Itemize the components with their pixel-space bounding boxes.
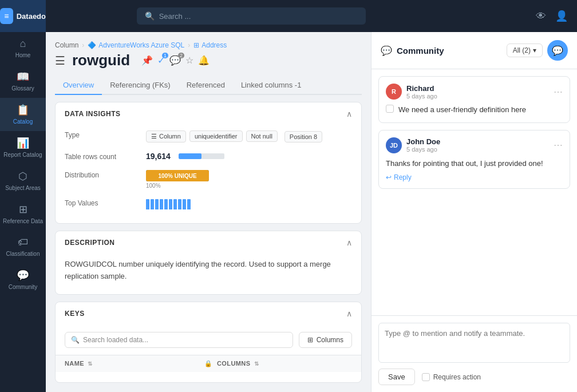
save-button[interactable]: Save (378, 369, 415, 385)
tab-overview[interactable]: Overview (55, 76, 102, 95)
sidebar-item-reference-data[interactable]: ⊞ Reference Data (0, 197, 46, 231)
keys-title: KEYS (65, 310, 85, 318)
keys-table-header: NAME ⇅ 🔒 COLUMNS ⇅ (56, 355, 361, 372)
sidebar-item-label: Subject Areas (5, 185, 41, 192)
keys-header[interactable]: KEYS ∧ (56, 302, 361, 325)
comment-more-1[interactable]: ⋯ (554, 86, 563, 97)
comment-checkbox-row-1: We need a user-friendly definition here (386, 104, 563, 116)
sidebar-item-home[interactable]: ⌂ Home (0, 32, 46, 65)
top-values-chart (146, 198, 191, 209)
columns-button[interactable]: ⊞ Columns (299, 332, 352, 348)
title-actions: 📌 ✓1 💬2 ☆ 🔔 (141, 55, 210, 66)
data-insights-body: Type ☰ Column uniqueidentifier Not null (56, 125, 361, 223)
columns-btn-icon: ⊞ (307, 336, 313, 344)
sidebar-item-label: Glossary (11, 85, 34, 92)
chevron-down-icon: ▾ (533, 46, 536, 54)
comment-checkbox-1[interactable] (386, 105, 394, 113)
comment-author-1: Richard (406, 84, 549, 93)
comment-time-1: 5 days ago (406, 93, 549, 100)
search-box[interactable]: 🔍 Search ... (137, 7, 366, 25)
breadcrumb-table-name: Address (201, 41, 227, 49)
sidebar-item-label: Community (9, 284, 38, 291)
report-catalog-icon: 📊 (17, 137, 29, 149)
comment-header-1: R Richard 5 days ago ⋯ (386, 84, 563, 100)
data-insights-card: DATA INSIGHTS ∧ Type ☰ Column uniqueiden… (55, 102, 362, 224)
keys-search-input[interactable]: 🔍 Search loaded data... (65, 332, 293, 348)
comment-more-2[interactable]: ⋯ (554, 140, 563, 151)
collapse-keys-icon: ∧ (346, 309, 352, 318)
comment-time-2: 5 days ago (406, 146, 549, 153)
logo-icon: ≡ (0, 8, 13, 24)
reply-button[interactable]: ↩ Reply (386, 173, 563, 181)
star-button[interactable]: ☆ (185, 55, 193, 66)
sidebar-item-label: Reference Data (3, 218, 43, 225)
bar-8 (178, 199, 181, 209)
pin-button[interactable]: 📌 (141, 55, 153, 66)
requires-action-label: Requires action (433, 373, 481, 381)
sidebar-item-report-catalog[interactable]: 📊 Report Catalog (0, 131, 46, 164)
table-icon: ⊞ (193, 41, 199, 49)
search-icon: 🔍 (145, 11, 155, 21)
badge-column: ☰ Column (146, 130, 186, 142)
description-body: ROWGUIDCOL number uniquely identifying t… (56, 254, 361, 294)
comment-text-2: Thanks for pointing that out, I just pro… (386, 159, 543, 168)
logo[interactable]: ≡ Dataedo (0, 0, 46, 32)
community-header-icon: 💬 (381, 45, 392, 56)
glossary-icon: 📖 (17, 70, 29, 83)
description-header[interactable]: DESCRIPTION ∧ (56, 231, 361, 254)
requires-action-checkbox[interactable] (422, 373, 430, 381)
community-filter[interactable]: All (2) ▾ (507, 43, 543, 57)
bar-10 (187, 199, 191, 209)
comment-author-2: John Doe (406, 137, 549, 146)
sidebar-item-subject-areas[interactable]: ⬡ Subject Areas (0, 164, 46, 197)
tab-referenced[interactable]: Referenced (179, 76, 233, 95)
comment-button[interactable]: 💬2 (169, 55, 181, 66)
data-insights-header[interactable]: DATA INSIGHTS ∧ (56, 102, 361, 125)
tab-linked-columns[interactable]: Linked columns -1 (233, 76, 310, 95)
eye-icon[interactable]: 👁 (536, 10, 546, 22)
sidebar-item-community[interactable]: 💬 Community (0, 263, 46, 296)
rows-label: Table rows count (65, 152, 139, 161)
breadcrumb-table-link[interactable]: ⊞ Address (193, 41, 227, 49)
subject-areas-icon: ⬡ (18, 170, 27, 183)
community-actions: Save Requires action (378, 369, 570, 385)
comment-header-2: JD John Doe 5 days ago ⋯ (386, 137, 563, 153)
sidebar-item-classification[interactable]: 🏷 Classification (0, 231, 46, 263)
community-panel: 💬 Community All (2) ▾ 💬 R Richard 5 d (371, 32, 577, 392)
bar-1 (146, 199, 149, 209)
topbar: 🔍 Search ... 👁 👤 (46, 0, 577, 32)
sidebar-item-glossary[interactable]: 📖 Glossary (0, 65, 46, 98)
mention-input[interactable] (378, 323, 570, 363)
tab-referencing[interactable]: Referencing (FKs) (102, 76, 178, 95)
requires-action-row: Requires action (422, 373, 481, 381)
columns-sort-icon[interactable]: ⇅ (254, 361, 259, 367)
comment-card-1: R Richard 5 days ago ⋯ We need a user-fr… (378, 76, 570, 123)
column-icon: ☰ (151, 133, 157, 140)
sidebar-item-label: Catalog (13, 118, 33, 125)
distribution-value: 100% UNIQUE 100% (146, 170, 209, 189)
rows-progress-bar (179, 153, 224, 159)
sidebar: ≡ Dataedo ⌂ Home 📖 Glossary 📋 Catalog 📊 … (0, 0, 46, 392)
badge-position: Position 8 (284, 131, 322, 142)
bar-3 (155, 199, 159, 209)
user-icon[interactable]: 👤 (555, 10, 568, 22)
bar-2 (151, 199, 154, 209)
columns-btn-label: Columns (317, 336, 343, 344)
bar-9 (183, 199, 186, 209)
name-sort-icon[interactable]: ⇅ (88, 361, 92, 367)
home-icon: ⌂ (20, 38, 26, 50)
sidebar-item-catalog[interactable]: 📋 Catalog (0, 98, 46, 131)
search-placeholder: Search ... (159, 12, 191, 21)
comment-card-2: JD John Doe 5 days ago ⋯ Thanks for poin… (378, 130, 570, 189)
community-chat-button[interactable]: 💬 (547, 40, 568, 61)
data-insights-title: DATA INSIGHTS (65, 110, 121, 118)
classification-icon: 🏷 (18, 236, 28, 248)
type-value: ☰ Column uniqueidentifier Not null Posit… (146, 130, 322, 142)
bar-7 (173, 199, 177, 209)
distribution-bar: 100% UNIQUE 100% (146, 170, 209, 189)
rows-progress-fill (179, 153, 201, 159)
sidebar-item-label: Report Catalog (3, 152, 42, 159)
check-button[interactable]: ✓1 (157, 55, 165, 66)
breadcrumb-db-link[interactable]: 🔷 AdventureWorks Azure SQL (88, 41, 184, 49)
bell-button[interactable]: 🔔 (198, 55, 210, 66)
